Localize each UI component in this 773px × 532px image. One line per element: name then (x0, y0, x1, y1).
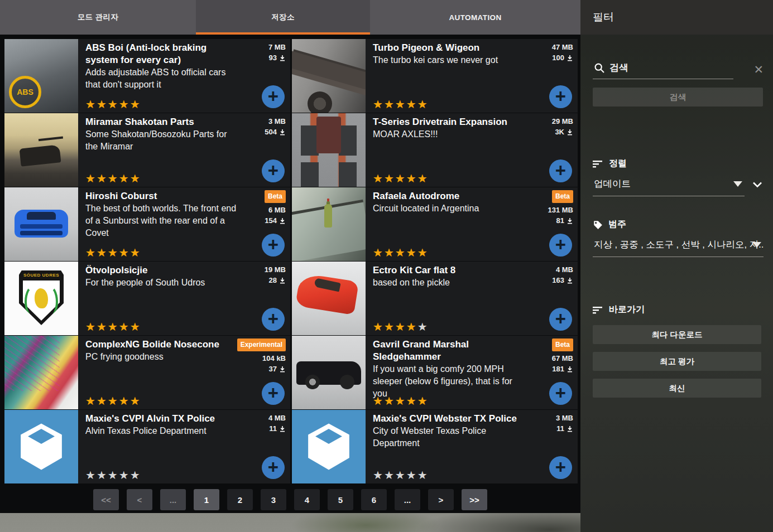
shortcuts-section-label: 바로가기 (593, 304, 765, 316)
add-mod-button[interactable]: + (262, 308, 285, 331)
default-mod-cube-icon (19, 423, 64, 471)
mod-badge: Beta (265, 190, 286, 203)
pagination: << < ... 1 2 3 4 5 6 ... > >> (0, 489, 580, 510)
add-mod-button[interactable]: + (549, 456, 572, 479)
download-icon (566, 277, 573, 284)
add-mod-button[interactable]: + (549, 85, 572, 108)
mod-thumbnail (4, 187, 78, 261)
mod-description: Circuit located in Argentina (373, 202, 526, 215)
mod-title: T-Series Drivetrain Expansion (373, 116, 526, 128)
dropdown-caret-icon (752, 242, 761, 248)
add-mod-button[interactable]: + (549, 382, 572, 405)
pagination-page-4[interactable]: 4 (294, 489, 320, 510)
mod-card[interactable]: Maxie's CVPI Alvin TX Police Alvin Texas… (4, 410, 290, 483)
mod-card[interactable]: SÓUED UDRES Ötvolpolsicjie For the peopl… (4, 262, 290, 335)
mod-description: Alvin Texas Police Department (85, 425, 239, 437)
mod-downloads: 181 (552, 364, 564, 374)
add-mod-button[interactable]: + (549, 159, 572, 182)
mod-badge: Experimental (237, 338, 286, 351)
mod-rating: ★★★★★ (373, 98, 429, 110)
add-mod-button[interactable]: + (262, 234, 285, 257)
sort-icon (593, 160, 603, 168)
pagination-prev-button[interactable]: < (127, 489, 152, 510)
pagination-ellipsis[interactable]: ... (160, 489, 186, 510)
mod-size: 7 MB (268, 42, 286, 52)
add-mod-button[interactable]: + (262, 382, 285, 405)
most-downloaded-button[interactable]: 최다 다운로드 (593, 325, 761, 344)
pagination-page-2[interactable]: 2 (227, 489, 253, 510)
filter-panel: ✕ 검색 정렬 업데이트 범주 지상 , 공중 , 소 (580, 35, 773, 532)
mod-card[interactable]: Rafaela Autodrome Circuit located in Arg… (292, 187, 578, 261)
pagination-page-1[interactable]: 1 (194, 489, 219, 510)
add-mod-button[interactable]: + (262, 456, 285, 479)
mod-size: 6 MB (265, 205, 286, 215)
mod-stats: 47 MB 100 (552, 42, 573, 63)
tab-bar: 모드 관리자 저장소 AUTOMATION (0, 0, 580, 35)
mod-size: 29 MB (552, 116, 573, 127)
mod-title: Maxie's CVPI Webster TX Police (373, 413, 526, 425)
mod-thumbnail (292, 410, 366, 483)
default-mod-cube-icon (306, 423, 351, 471)
mod-description: PC frying goodness (85, 351, 239, 363)
dropdown-caret-icon (733, 181, 742, 187)
mod-card[interactable]: Ectro Kit Car flat 8 based on the pickle… (292, 262, 578, 335)
add-mod-button[interactable]: + (262, 159, 285, 182)
pagination-ellipsis[interactable]: ... (395, 489, 420, 510)
pagination-first-button[interactable]: << (93, 489, 119, 510)
mod-description: Adds adjustable ABS to official cars tha… (85, 66, 239, 91)
mod-downloads: 93 (269, 52, 277, 63)
mod-card[interactable]: Gavril Grand Marshal Sledgehammer If you… (292, 336, 578, 409)
mod-card[interactable]: T-Series Drivetrain Expansion MOAR AXLES… (292, 113, 578, 187)
black-car-graphic (296, 361, 361, 385)
mod-stats: 29 MB 3K (552, 116, 573, 137)
mod-badge: Beta (552, 338, 573, 351)
mod-downloads: 11 (269, 423, 277, 434)
search-button[interactable]: 검색 (593, 88, 763, 107)
red-car-graphic (295, 273, 359, 315)
sort-section-label: 정렬 (593, 158, 765, 170)
pagination-next-button[interactable]: > (428, 489, 454, 510)
latest-button[interactable]: 최신 (593, 379, 761, 398)
tab-automation[interactable]: AUTOMATION (370, 0, 580, 35)
mod-title: Ectro Kit Car flat 8 (373, 264, 526, 277)
blue-car-graphic (15, 210, 68, 238)
mod-title: Gavril Grand Marshal Sledgehammer (373, 338, 526, 363)
clear-search-icon[interactable]: ✕ (753, 63, 765, 76)
mod-downloads: 11 (556, 423, 564, 434)
top-rated-button[interactable]: 최고 평가 (593, 352, 761, 371)
mod-stats: 4 MB 163 (552, 264, 573, 286)
mod-card[interactable]: Maxie's CVPI Webster TX Police City of W… (292, 410, 578, 483)
pagination-page-6[interactable]: 6 (361, 489, 387, 510)
search-row: ✕ (593, 60, 765, 79)
add-mod-button[interactable]: + (262, 85, 285, 108)
tab-mod-manager[interactable]: 모드 관리자 (0, 0, 196, 35)
mod-rating: ★★★★★ (85, 469, 141, 481)
mod-size: 3 MB (265, 116, 286, 127)
sort-select[interactable]: 업데이트 (593, 177, 745, 196)
mod-card[interactable]: Hiroshi Coburst The best of both worlds.… (4, 187, 290, 261)
search-input[interactable] (593, 60, 733, 79)
pagination-page-5[interactable]: 5 (328, 489, 353, 510)
mod-title: Ötvolpolsicjie (85, 264, 239, 277)
mod-description: Some Shakotan/Bosozoku Parts for the Mir… (85, 128, 239, 153)
mod-card[interactable]: ABS ABS Boi (Anti-lock braking system fo… (4, 39, 290, 113)
pagination-page-3[interactable]: 3 (261, 489, 286, 510)
mod-thumbnail (292, 336, 366, 409)
collapse-chevron-icon[interactable] (752, 182, 762, 188)
tab-repository[interactable]: 저장소 (196, 0, 370, 35)
mod-rating: ★★★★★ (85, 98, 141, 110)
mod-title: Hiroshi Coburst (85, 190, 239, 202)
mod-rating: ★★★★★ (85, 321, 141, 333)
mod-card[interactable]: Turbo Pigeon & Wigeon The turbo kei cars… (292, 39, 578, 113)
mod-card[interactable]: ComplexNG Bolide Nosecone PC frying good… (4, 336, 290, 409)
mod-size: 104 kB (237, 353, 286, 364)
mod-size: 3 MB (556, 413, 573, 423)
mod-title: ABS Boi (Anti-lock braking system for ev… (85, 42, 239, 66)
add-mod-button[interactable]: + (549, 308, 572, 331)
add-mod-button[interactable]: + (549, 234, 572, 257)
mod-rating: ★★★★★ (85, 395, 141, 407)
pagination-last-button[interactable]: >> (462, 489, 487, 510)
category-select[interactable]: 지상 , 공중 , 소도구 , 선박 , 시나리오, 지... (593, 238, 764, 257)
mod-rating: ★★★★★ (373, 395, 429, 407)
mod-card[interactable]: Miramar Shakotan Parts Some Shakotan/Bos… (4, 113, 290, 187)
